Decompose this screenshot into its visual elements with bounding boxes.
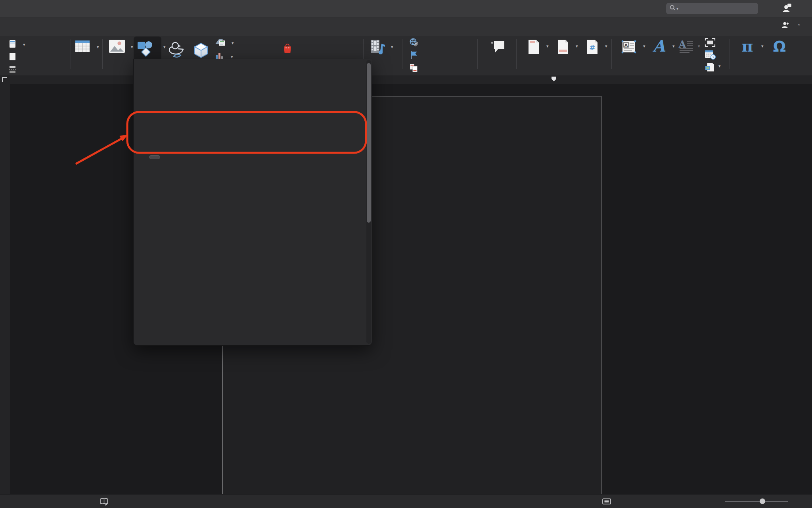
page-number-chevron-icon[interactable]: ▾ [605,44,607,49]
wordart-chevron-icon[interactable]: ▾ [672,44,675,49]
bookmark-button[interactable] [409,50,422,61]
cover-page-icon [9,40,17,50]
three-d-models-button[interactable] [191,40,211,61]
zoom-slider[interactable] [725,501,788,502]
frame-capture-icon[interactable] [704,37,716,49]
header-chevron-icon[interactable]: ▾ [546,44,549,49]
document-canvas[interactable] [10,84,812,494]
smartart-button[interactable]: ▾ [215,38,234,48]
group-separator [730,39,730,69]
account-person-icon[interactable] [782,3,792,13]
footer-chevron-icon[interactable]: ▾ [576,44,578,49]
ribbon-tab-row: ⌃ [0,18,812,36]
advanced-symbol-omega-icon: Ω [770,38,789,56]
shapes-chevron-icon[interactable]: ▾ [163,44,166,50]
search-scope-chevron-icon[interactable]: ▾ [676,6,678,11]
heading-divider-line [386,155,558,155]
group-separator [402,39,402,69]
blank-page-icon [9,52,17,62]
title-bar: ▾ [0,0,812,18]
page-number-button[interactable]: # [578,39,607,58]
chevron-down-icon: ▾ [23,42,25,47]
page-break-button[interactable] [9,65,20,75]
table-icon [74,39,92,56]
cross-reference-icon [409,63,419,74]
shapes-icon [137,40,155,60]
search-input[interactable]: ▾ [666,3,758,14]
equation-pi-icon: π [738,38,756,56]
media-chevron-icon[interactable]: ▾ [391,44,393,50]
indent-marker[interactable] [551,76,557,82]
svg-text:#: # [589,43,595,52]
share-person-plus-icon [781,21,790,31]
date-time-icon[interactable] [704,49,716,62]
get-addins-bag-icon [282,43,293,55]
smartart-icon [215,38,225,48]
footer-icon [556,39,570,56]
focus-icon[interactable] [602,498,611,507]
drop-cap-icon: A [678,39,694,56]
group-separator [477,39,478,69]
horizontal-ruler[interactable] [0,75,812,85]
menu-scrollbar-thumb[interactable] [367,63,371,223]
menu-scrollbar[interactable] [366,60,371,344]
line-tooltip [149,155,160,159]
footer-button[interactable] [551,39,575,58]
text-box-button[interactable]: A [615,39,642,58]
zoom-slider-knob[interactable] [760,498,765,504]
equation-button[interactable]: π [734,38,760,58]
shapes-button[interactable] [134,37,161,61]
wordart-icon: A [650,38,668,56]
header-icon [527,39,541,56]
table-button[interactable] [71,39,95,58]
proofing-status-icon[interactable] [100,498,109,507]
page-break-icon [9,65,17,75]
share-button[interactable]: ⌃ [781,21,801,31]
pictures-chevron-icon[interactable]: ▾ [131,44,133,50]
table-chevron-icon[interactable]: ▾ [97,44,99,50]
shapes-dropdown-menu[interactable] [133,59,372,346]
insert-object-chevron-icon[interactable]: ▾ [718,64,721,69]
svg-text:A: A [624,43,628,48]
page-number-icon: # [585,39,599,56]
text-box-chevron-icon[interactable]: ▾ [643,44,645,49]
drop-cap-button[interactable]: A [675,39,698,57]
cover-page-button[interactable]: ▾ [9,40,25,50]
media-button[interactable] [365,39,390,58]
svg-text:A: A [652,38,666,55]
wordart-button[interactable]: A [646,38,672,58]
pictures-button[interactable] [105,39,129,57]
group-separator [611,39,612,69]
svg-text:π: π [741,38,753,55]
drop-cap-chevron-icon: ▾ [698,44,700,49]
bookmark-flag-icon [409,50,419,61]
cross-reference-button[interactable] [409,63,422,74]
header-button[interactable] [522,39,546,58]
search-icon [669,4,676,13]
tab-selector-icon[interactable] [2,77,7,82]
advanced-symbol-button[interactable]: Ω [763,38,796,58]
comment-button[interactable] [485,39,511,58]
vertical-ruler[interactable] [0,84,11,494]
link-button[interactable] [409,38,422,48]
group-separator [516,39,517,69]
comment-icon [489,39,506,56]
smartart-chevron-icon: ▾ [232,40,234,46]
media-icon [369,39,386,56]
pictures-icon [108,39,126,56]
ribbon: ▾ ▾ ▾ ▾ ▾ ▾ [0,36,812,75]
svg-text:Ω: Ω [773,38,786,55]
blank-page-button[interactable] [9,52,20,62]
group-separator [102,39,103,69]
share-chevron-up-icon: ⌃ [797,23,801,29]
icons-button[interactable] [166,40,186,60]
text-box-icon: A [620,39,638,56]
insert-object-icon[interactable] [704,62,716,74]
link-globe-icon [409,38,419,48]
status-bar [0,494,812,508]
get-addins-button[interactable] [282,43,296,55]
